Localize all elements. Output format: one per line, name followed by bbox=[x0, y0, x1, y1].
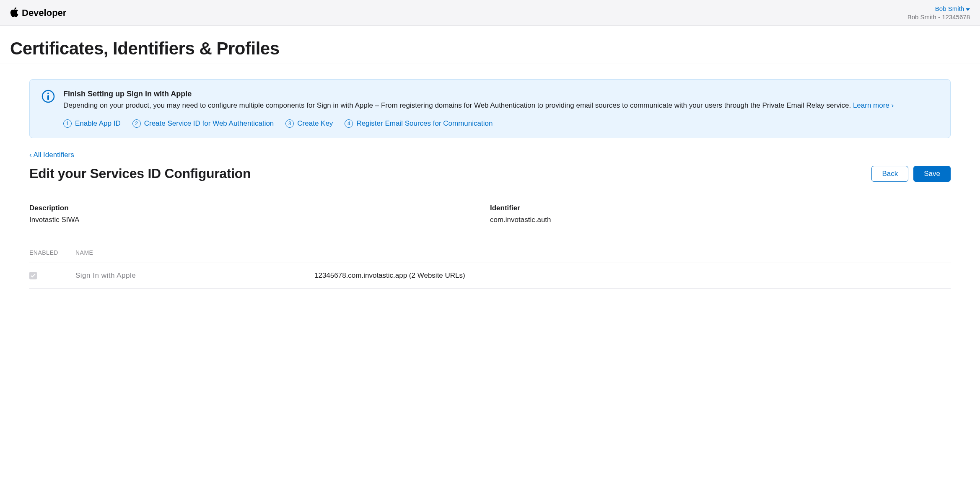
description-label: Description bbox=[29, 204, 490, 212]
identifier-value: com.invotastic.auth bbox=[490, 216, 951, 224]
svg-point-1 bbox=[47, 93, 49, 94]
learn-more-link[interactable]: Learn more › bbox=[853, 101, 894, 109]
page-title: Certificates, Identifiers & Profiles bbox=[0, 26, 980, 64]
capability-config: 12345678.com.invotastic.app (2 Website U… bbox=[314, 271, 951, 280]
info-banner-description: Depending on your product, you may need … bbox=[63, 100, 939, 111]
chevron-down-icon bbox=[966, 5, 970, 12]
section-title: Edit your Services ID Configuration bbox=[29, 166, 251, 181]
step-register-email-sources[interactable]: 4 Register Email Sources for Communicati… bbox=[345, 119, 493, 128]
column-header-name: NAME bbox=[75, 249, 314, 256]
step-create-service-id[interactable]: 2 Create Service ID for Web Authenticati… bbox=[132, 119, 274, 128]
apple-logo-icon bbox=[10, 7, 18, 19]
back-button[interactable]: Back bbox=[871, 166, 908, 182]
svg-rect-2 bbox=[47, 95, 49, 100]
column-header-enabled: ENABLED bbox=[29, 249, 75, 256]
user-team-text: Bob Smith - 12345678 bbox=[907, 13, 970, 21]
checkmark-icon bbox=[31, 272, 36, 279]
capabilities-table: ENABLED NAME Sign In with Apple 12345678… bbox=[29, 249, 951, 289]
capability-checkbox[interactable] bbox=[29, 272, 37, 279]
back-to-identifiers-link[interactable]: ‹ All Identifiers bbox=[29, 151, 74, 159]
section-header: Edit your Services ID Configuration Back… bbox=[29, 166, 951, 192]
global-header: Developer Bob Smith Bob Smith - 12345678 bbox=[0, 0, 980, 26]
info-banner-steps: 1 Enable App ID 2 Create Service ID for … bbox=[63, 119, 939, 128]
step-number-icon: 1 bbox=[63, 119, 72, 128]
step-create-key[interactable]: 3 Create Key bbox=[285, 119, 333, 128]
step-number-icon: 3 bbox=[285, 119, 294, 128]
table-header: ENABLED NAME bbox=[29, 249, 951, 263]
user-menu[interactable]: Bob Smith bbox=[935, 5, 970, 12]
save-button[interactable]: Save bbox=[913, 166, 951, 182]
user-name-text: Bob Smith bbox=[935, 5, 964, 12]
step-enable-app-id[interactable]: 1 Enable App ID bbox=[63, 119, 121, 128]
capability-name: Sign In with Apple bbox=[75, 271, 314, 280]
header-user-section: Bob Smith Bob Smith - 12345678 bbox=[907, 5, 970, 21]
step-number-icon: 2 bbox=[132, 119, 141, 128]
detail-row: Description Invotastic SIWA Identifier c… bbox=[29, 204, 951, 224]
info-banner: Finish Setting up Sign in with Apple Dep… bbox=[29, 79, 951, 138]
description-value: Invotastic SIWA bbox=[29, 216, 490, 224]
step-number-icon: 4 bbox=[345, 119, 353, 128]
info-banner-title: Finish Setting up Sign in with Apple bbox=[63, 90, 939, 98]
developer-brand-text: Developer bbox=[22, 8, 66, 18]
table-row: Sign In with Apple 12345678.com.invotast… bbox=[29, 263, 951, 289]
info-icon bbox=[41, 90, 55, 103]
identifier-label: Identifier bbox=[490, 204, 951, 212]
header-brand[interactable]: Developer bbox=[10, 7, 66, 19]
